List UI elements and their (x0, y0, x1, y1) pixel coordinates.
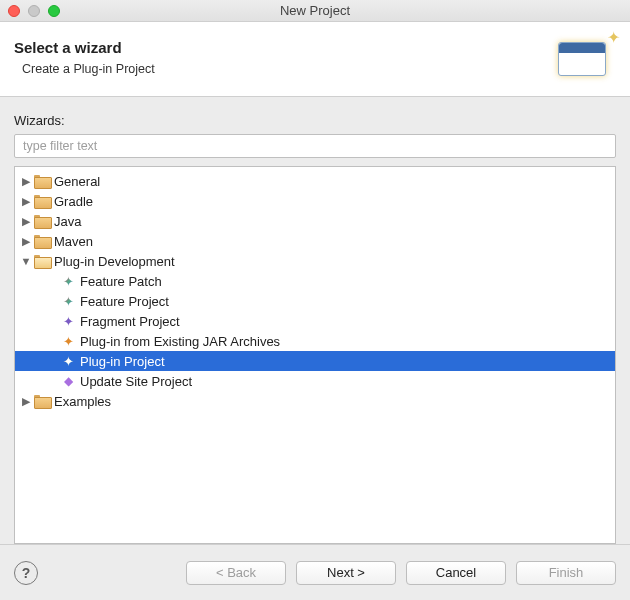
folder-icon (33, 253, 51, 269)
tree-folder-maven[interactable]: ▶Maven (15, 231, 615, 251)
tree-item-label: Plug-in Development (54, 254, 175, 269)
wizard-subheading: Create a Plug-in Project (22, 62, 155, 76)
plugin-icon: ✦ (59, 333, 77, 349)
tree-item-label: Gradle (54, 194, 93, 209)
folder-icon (33, 213, 51, 229)
tree-folder-java[interactable]: ▶Java (15, 211, 615, 231)
tree-folder-general[interactable]: ▶General (15, 171, 615, 191)
tree-item-feature-project[interactable]: ✦Feature Project (15, 291, 615, 311)
collapse-icon[interactable]: ▼ (19, 255, 33, 267)
tree-item-label: General (54, 174, 100, 189)
wizard-tree[interactable]: ▶General▶Gradle▶Java▶Maven▼Plug-in Devel… (14, 166, 616, 544)
tree-item-label: Maven (54, 234, 93, 249)
site-icon: ◆ (59, 373, 77, 389)
tree-item-label: Java (54, 214, 81, 229)
tree-item-plug-in-project[interactable]: ✦Plug-in Project (15, 351, 615, 371)
tree-item-label: Plug-in Project (80, 354, 165, 369)
tree-item-label: Fragment Project (80, 314, 180, 329)
window-title: New Project (0, 3, 630, 18)
tree-item-label: Feature Project (80, 294, 169, 309)
tree-item-update-site-project[interactable]: ◆Update Site Project (15, 371, 615, 391)
tree-folder-examples[interactable]: ▶Examples (15, 391, 615, 411)
folder-icon (33, 193, 51, 209)
expand-icon[interactable]: ▶ (19, 395, 33, 408)
expand-icon[interactable]: ▶ (19, 175, 33, 188)
folder-icon (33, 173, 51, 189)
wizard-footer: ? < Back Next > Cancel Finish (0, 544, 630, 600)
tree-folder-gradle[interactable]: ▶Gradle (15, 191, 615, 211)
filter-input[interactable] (14, 134, 616, 158)
expand-icon[interactable]: ▶ (19, 235, 33, 248)
tree-item-label: Feature Patch (80, 274, 162, 289)
wizard-heading: Select a wizard (14, 39, 155, 56)
plugin-icon: ✦ (59, 353, 77, 369)
finish-button[interactable]: Finish (516, 561, 616, 585)
cancel-button[interactable]: Cancel (406, 561, 506, 585)
folder-icon (33, 233, 51, 249)
tree-folder-plugin-development[interactable]: ▼Plug-in Development (15, 251, 615, 271)
tree-item-label: Examples (54, 394, 111, 409)
tree-item-fragment-project[interactable]: ✦Fragment Project (15, 311, 615, 331)
wizard-banner: Select a wizard Create a Plug-in Project… (0, 22, 630, 97)
expand-icon[interactable]: ▶ (19, 195, 33, 208)
folder-icon (33, 393, 51, 409)
plugin-icon: ✦ (59, 273, 77, 289)
tree-item-label: Update Site Project (80, 374, 192, 389)
tree-item-plug-in-from-existing-jar-archives[interactable]: ✦Plug-in from Existing JAR Archives (15, 331, 615, 351)
plugin-icon: ✦ (59, 293, 77, 309)
back-button[interactable]: < Back (186, 561, 286, 585)
help-button[interactable]: ? (14, 561, 38, 585)
wizard-body: Wizards: ▶General▶Gradle▶Java▶Maven▼Plug… (0, 97, 630, 544)
next-button[interactable]: Next > (296, 561, 396, 585)
plugin-icon: ✦ (59, 313, 77, 329)
wizard-banner-icon: ✦ (552, 32, 616, 82)
tree-item-feature-patch[interactable]: ✦Feature Patch (15, 271, 615, 291)
wizard-window: New Project Select a wizard Create a Plu… (0, 0, 630, 600)
tree-item-label: Plug-in from Existing JAR Archives (80, 334, 280, 349)
expand-icon[interactable]: ▶ (19, 215, 33, 228)
wizards-label: Wizards: (14, 113, 616, 128)
titlebar: New Project (0, 0, 630, 22)
